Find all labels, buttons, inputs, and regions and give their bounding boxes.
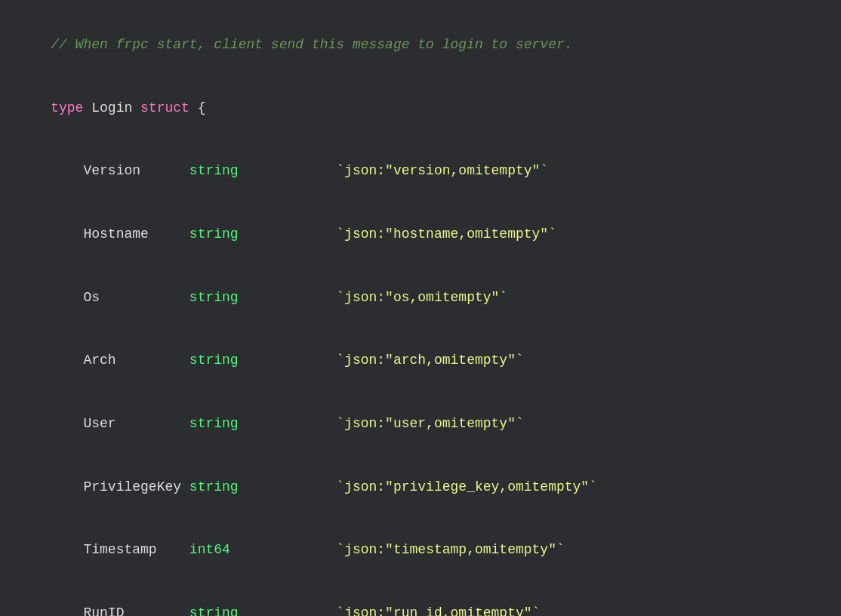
comment-text-1: // When frpc start, client send this mes… bbox=[51, 37, 572, 52]
keyword-struct-1: struct bbox=[140, 100, 198, 116]
field-runid: RunID string `json:"run_id,omitempty"` bbox=[18, 582, 823, 616]
field-version: Version string `json:"version,omitempty"… bbox=[18, 140, 823, 203]
field-timestamp: Timestamp int64 `json:"timestamp,omitemp… bbox=[18, 519, 823, 582]
field-hostname: Hostname string `json:"hostname,omitempt… bbox=[18, 203, 823, 266]
keyword-type-1: type bbox=[51, 100, 91, 116]
field-user: User string `json:"user,omitempty"` bbox=[18, 393, 823, 456]
struct-name-login: Login bbox=[91, 100, 140, 116]
field-arch: Arch string `json:"arch,omitempty"` bbox=[18, 329, 823, 393]
field-os: Os string `json:"os,omitempty"` bbox=[18, 266, 823, 330]
field-privilegekey: PrivilegeKey string `json:"privilege_key… bbox=[18, 456, 823, 519]
brace-open-1: { bbox=[198, 100, 206, 116]
code-container: // When frpc start, client send this mes… bbox=[0, 0, 841, 616]
comment-line-1: // When frpc start, client send this mes… bbox=[18, 14, 823, 77]
login-struct-open-line: type Login struct { bbox=[18, 77, 823, 140]
